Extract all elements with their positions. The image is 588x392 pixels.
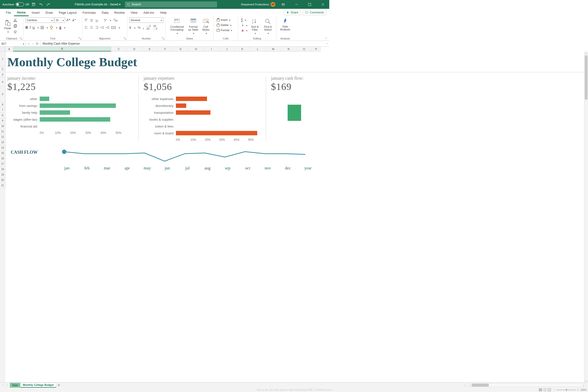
number-format-combo[interactable]: General <box>129 18 163 23</box>
svg-rect-4 <box>308 3 311 6</box>
svg-point-2 <box>127 3 129 5</box>
svg-text:A: A <box>252 19 254 21</box>
svg-rect-1 <box>33 3 34 4</box>
ribbon-display-icon[interactable] <box>278 0 289 9</box>
svg-rect-24 <box>217 29 220 32</box>
insert-cells-button[interactable]: Insert <box>216 18 236 22</box>
orientation-icon[interactable] <box>104 18 107 22</box>
search-box[interactable] <box>125 2 217 7</box>
expand-formula-bar-icon[interactable] <box>325 42 329 45</box>
conditional-formatting-button[interactable]: Conditional Formatting <box>168 17 186 35</box>
font-dialog-icon[interactable] <box>79 37 81 40</box>
redo-icon[interactable] <box>45 2 51 7</box>
decrease-indent-icon[interactable] <box>100 26 104 30</box>
clear-button[interactable] <box>240 28 248 32</box>
sort-filter-button[interactable]: AZ Sort & Filter <box>249 17 261 35</box>
formula-bar: B27 ✕ ✓ fx Monthly Cash After Expense <box>0 41 329 46</box>
decrease-font-icon[interactable]: A▼ <box>72 19 77 22</box>
percent-format-icon[interactable]: % <box>138 26 141 30</box>
tab-insert[interactable]: Insert <box>29 9 43 16</box>
increase-decimal-icon[interactable]: ←.0.00 <box>146 25 150 30</box>
align-bottom-icon[interactable] <box>95 18 99 22</box>
merge-center-icon[interactable] <box>111 26 116 30</box>
increase-font-icon[interactable]: A▲ <box>66 18 71 22</box>
underline-button[interactable]: U <box>32 26 35 30</box>
autosave-toggle[interactable] <box>16 2 24 6</box>
comment-icon <box>305 11 308 14</box>
data-analysis-button[interactable]: Data Analysis <box>278 17 292 32</box>
page-title: Monthly College Budget <box>6 52 329 71</box>
align-top-icon[interactable] <box>84 18 88 22</box>
minimize-icon[interactable] <box>291 0 302 9</box>
select-all-corner[interactable] <box>0 46 5 52</box>
income-label: january income: <box>7 76 135 81</box>
decrease-decimal-icon[interactable]: .00→.0 <box>153 25 157 30</box>
tab-data[interactable]: Data <box>99 9 111 16</box>
fill-button[interactable] <box>240 23 248 27</box>
copy-icon[interactable] <box>13 24 17 28</box>
svg-rect-22 <box>218 18 219 19</box>
undo-icon[interactable] <box>38 2 44 7</box>
grid-cells[interactable]: Monthly College Budget january income: $… <box>5 52 329 220</box>
maximize-icon[interactable] <box>304 0 315 9</box>
collapse-ribbon-icon[interactable] <box>323 37 328 40</box>
tab-draw[interactable]: Draw <box>43 9 56 16</box>
tab-home[interactable]: Home <box>14 9 29 16</box>
search-input[interactable] <box>132 3 215 6</box>
expenses-value: $1,056 <box>144 81 262 92</box>
svg-rect-17 <box>177 19 178 20</box>
account-button[interactable]: Sharpened Productions SP <box>241 2 275 7</box>
align-left-icon[interactable] <box>84 26 88 30</box>
fx-icon[interactable]: fx <box>36 42 38 45</box>
accounting-format-icon[interactable]: $ <box>129 26 131 30</box>
tab-view[interactable]: View <box>128 9 140 16</box>
share-button[interactable]: Share <box>284 10 301 15</box>
font-name-combo[interactable]: Cambria <box>25 18 54 23</box>
align-middle-icon[interactable] <box>90 18 93 22</box>
cashflow-value: $169 <box>271 81 303 92</box>
comments-button[interactable]: Comments <box>303 10 326 15</box>
save-icon[interactable] <box>31 2 36 7</box>
format-as-table-button[interactable]: Format as Table <box>186 17 200 35</box>
enter-formula-icon[interactable]: ✓ <box>32 42 34 45</box>
svg-rect-21 <box>217 19 220 21</box>
tab-addins[interactable]: Add-ins <box>140 9 157 16</box>
column-headers[interactable]: ABCDEFGHIJKLMNOP <box>5 46 321 52</box>
font-size-combo[interactable]: 15 <box>54 18 65 23</box>
align-right-icon[interactable] <box>95 26 99 30</box>
close-icon[interactable] <box>317 0 328 9</box>
row-headers[interactable]: 123456789101112131415161718192021 <box>0 52 5 220</box>
increase-indent-icon[interactable] <box>106 26 109 30</box>
wrap-text-icon[interactable] <box>113 18 118 22</box>
bold-button[interactable]: B <box>25 26 28 30</box>
italic-button[interactable]: I <box>30 26 31 30</box>
comma-format-icon[interactable]: , <box>143 25 144 30</box>
format-cells-button[interactable]: Format <box>216 28 236 32</box>
cell-styles-button[interactable]: Cell Styles <box>200 17 211 35</box>
tab-help[interactable]: Help <box>157 9 170 16</box>
align-center-icon[interactable] <box>90 26 93 30</box>
document-title[interactable]: FileInfo.com Example.xls - Saved ▾ <box>75 3 121 6</box>
paste-button[interactable]: Paste <box>2 17 13 35</box>
name-box[interactable]: B27 <box>0 41 25 46</box>
autosave[interactable]: AutoSave Off <box>2 2 29 6</box>
formula-input[interactable]: Monthly Cash After Expense <box>41 42 325 45</box>
expense-bar-chart: other expensesdiscretionarytransportatio… <box>144 95 262 142</box>
cancel-formula-icon[interactable]: ✕ <box>27 42 30 45</box>
find-select-button[interactable]: Find & Select <box>262 17 274 35</box>
format-painter-icon[interactable] <box>13 30 17 34</box>
fill-color-icon[interactable] <box>50 25 53 30</box>
alignment-dialog-icon[interactable] <box>124 37 126 40</box>
tab-review[interactable]: Review <box>111 9 128 16</box>
number-dialog-icon[interactable] <box>162 37 164 40</box>
cut-icon[interactable] <box>13 18 17 22</box>
font-color-icon[interactable]: A <box>59 26 61 30</box>
borders-icon[interactable] <box>40 26 44 30</box>
autosum-button[interactable]: ∑ <box>240 18 248 22</box>
tab-page-layout[interactable]: Page Layout <box>56 9 80 16</box>
tab-formulas[interactable]: Formulas <box>80 9 99 16</box>
tab-file[interactable]: File <box>3 9 14 16</box>
clipboard-dialog-icon[interactable] <box>20 37 22 40</box>
group-styles: Conditional Formatting Format as Table C… <box>166 16 214 40</box>
delete-cells-button[interactable]: Delete <box>216 23 236 27</box>
